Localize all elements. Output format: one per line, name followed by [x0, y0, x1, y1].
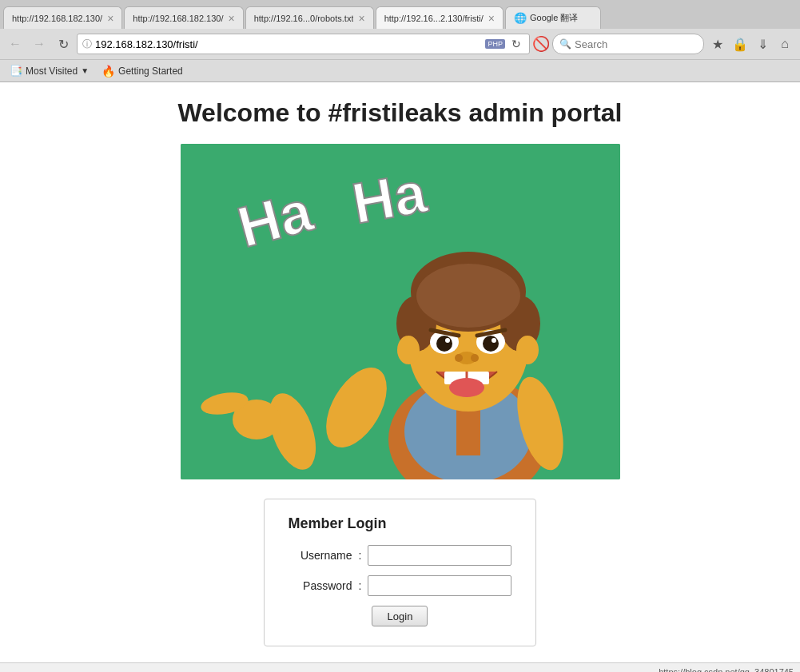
- php-badge: PHP: [485, 39, 505, 49]
- svg-point-21: [455, 354, 463, 362]
- password-input[interactable]: [368, 575, 511, 596]
- login-form: Member Login Username : Password : Login: [264, 499, 537, 646]
- tab-3[interactable]: http://192.16...0/robots.txt ×: [245, 6, 374, 29]
- reload-button[interactable]: ↻: [53, 34, 74, 54]
- info-icon: ⓘ: [82, 38, 92, 51]
- tab-bar: http://192.168.182.130/ × http://192.168…: [0, 0, 800, 29]
- username-colon: :: [359, 549, 362, 562]
- tab-1-title: http://192.168.182.130/: [12, 14, 102, 23]
- svg-point-15: [483, 336, 499, 352]
- most-visited-icon: 📑: [10, 65, 22, 77]
- home-button[interactable]: ⌂: [774, 34, 795, 54]
- tab-1-close[interactable]: ×: [107, 13, 113, 24]
- tab-5-title: Google 翻译: [530, 12, 592, 24]
- back-button[interactable]: ←: [5, 34, 26, 54]
- getting-started-icon: 🔥: [101, 65, 115, 78]
- most-visited-bookmark[interactable]: 📑 Most Visited ▼: [6, 63, 92, 78]
- status-bar: https://blog.csdn.net/qq_34801745: [0, 662, 800, 672]
- getting-started-label: Getting Started: [118, 66, 183, 77]
- search-icon: 🔍: [559, 38, 571, 50]
- reload-icon[interactable]: ↻: [508, 38, 524, 50]
- tab-1[interactable]: http://192.168.182.130/ ×: [3, 6, 122, 29]
- status-url: https://blog.csdn.net/qq_34801745: [659, 667, 794, 673]
- most-visited-label: Most Visited: [26, 66, 78, 77]
- address-input[interactable]: [95, 38, 485, 50]
- tab-2-close[interactable]: ×: [229, 13, 235, 24]
- search-bar-wrapper: 🔍: [552, 34, 704, 54]
- address-bar-area: ← → ↻ ⓘ PHP ↻ 🚫 🔍 ★ 🔒 ⇓ ⌂: [0, 29, 800, 59]
- getting-started-bookmark[interactable]: 🔥 Getting Started: [98, 63, 186, 79]
- svg-point-11: [416, 264, 520, 328]
- nelson-image: Ha Ha: [181, 144, 620, 479]
- svg-point-14: [436, 336, 452, 352]
- svg-point-22: [471, 354, 479, 362]
- tab-4-title: http://192.16...2.130/fristi/: [384, 14, 484, 23]
- search-input[interactable]: [575, 38, 695, 50]
- username-input[interactable]: [368, 545, 511, 566]
- browser-chrome: http://192.168.182.130/ × http://192.168…: [0, 0, 800, 82]
- bookmarks-bar: 📑 Most Visited ▼ 🔥 Getting Started: [0, 59, 800, 82]
- page-content: Welcome to #fristileaks admin portal Ha …: [0, 82, 800, 662]
- password-colon: :: [359, 579, 362, 592]
- password-row: Password :: [289, 575, 512, 596]
- svg-point-27: [516, 336, 539, 364]
- shield-button[interactable]: 🔒: [730, 34, 750, 54]
- svg-point-25: [449, 378, 484, 397]
- bookmark-star-button[interactable]: ★: [707, 34, 728, 54]
- most-visited-dropdown-icon: ▼: [81, 66, 89, 75]
- home-icon: 🚫: [533, 36, 549, 52]
- tab-3-title: http://192.16...0/robots.txt: [254, 14, 354, 23]
- download-button[interactable]: ⇓: [752, 34, 773, 54]
- svg-point-26: [397, 336, 420, 364]
- login-button[interactable]: Login: [372, 606, 428, 626]
- login-btn-row: Login: [289, 606, 512, 626]
- tab-2[interactable]: http://192.168.182.130/ ×: [124, 6, 243, 29]
- svg-point-16: [445, 338, 450, 343]
- svg-text:Ha: Ha: [347, 160, 431, 236]
- password-label: Password: [289, 579, 352, 592]
- tab-3-close[interactable]: ×: [358, 13, 364, 24]
- tab-2-title: http://192.168.182.130/: [133, 14, 223, 23]
- tab-4[interactable]: http://192.16...2.130/fristi/ ×: [376, 6, 503, 29]
- username-row: Username :: [289, 545, 512, 566]
- svg-point-17: [492, 338, 496, 343]
- username-label: Username: [289, 549, 352, 562]
- tab-4-close[interactable]: ×: [488, 13, 495, 24]
- toolbar-icons: ★ 🔒 ⇓ ⌂: [707, 34, 795, 54]
- page-title: Welcome to #fristileaks admin portal: [177, 98, 622, 128]
- tab-5[interactable]: 🌐 Google 翻译: [505, 6, 601, 29]
- login-form-title: Member Login: [289, 515, 512, 532]
- forward-button[interactable]: →: [29, 34, 50, 54]
- address-bar-wrapper: ⓘ PHP ↻: [77, 34, 530, 54]
